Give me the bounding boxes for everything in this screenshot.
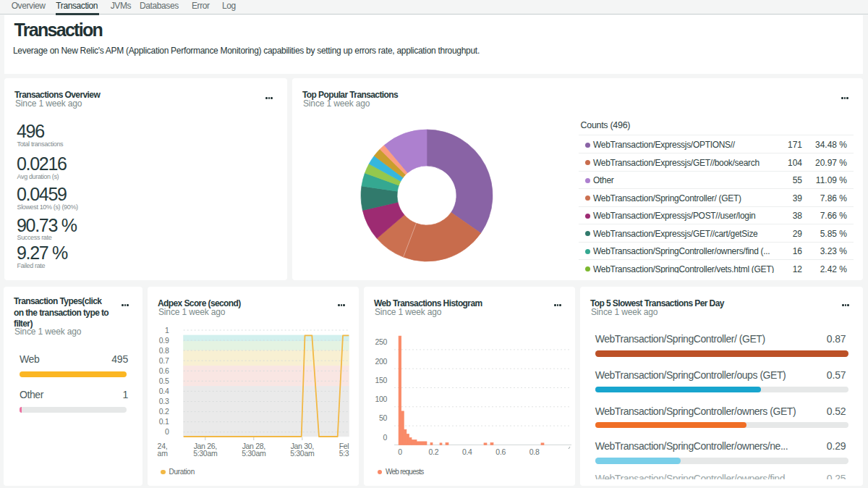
svg-text:0: 0 [398,447,402,456]
svg-text:0.6: 0.6 [159,366,169,375]
svg-text:0.9: 0.9 [159,336,169,345]
svg-text:0.8: 0.8 [529,447,540,456]
svg-text:1: 1 [165,326,169,335]
svg-text:0.2: 0.2 [429,447,439,456]
svg-text:5:3: 5:3 [339,449,349,458]
svg-text:100: 100 [375,395,387,403]
svg-text:0.6: 0.6 [495,447,506,456]
svg-text:am: am [158,449,169,458]
svg-text:0: 0 [165,427,169,436]
svg-text:200: 200 [375,357,387,366]
svg-text:0.3: 0.3 [159,397,169,405]
svg-text:5:30am: 5:30am [193,449,218,458]
svg-text:50: 50 [379,413,388,422]
svg-text:0.2: 0.2 [159,407,169,416]
svg-text:0.7: 0.7 [159,356,169,365]
svg-text:0.4: 0.4 [159,387,169,395]
svg-text:150: 150 [375,376,387,384]
svg-text:0.4: 0.4 [462,447,472,456]
svg-text:5:30am: 5:30am [290,449,315,458]
svg-text:0: 0 [383,433,387,442]
svg-text:0.8: 0.8 [159,346,169,355]
svg-text:0.1: 0.1 [159,417,169,426]
svg-text:5:30am: 5:30am [242,449,266,458]
svg-text:0.5: 0.5 [159,376,169,385]
svg-text:250: 250 [375,337,387,346]
